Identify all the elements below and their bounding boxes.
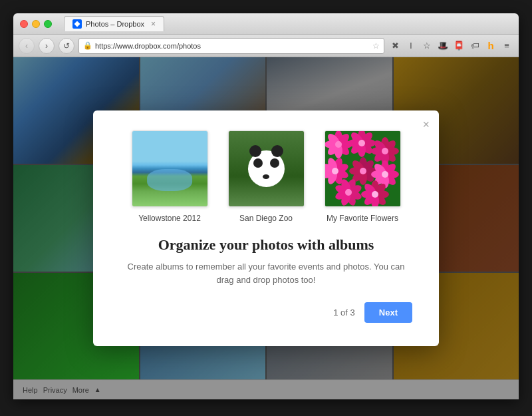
modal-subtitle: Create albums to remember all your favor…: [120, 260, 412, 286]
album-item-flowers: My Favorite Flowers: [325, 130, 401, 223]
panda-ear-left: [249, 145, 261, 157]
svg-point-72: [372, 191, 378, 198]
svg-point-63: [345, 189, 352, 196]
album-thumb-yellowstone: [132, 130, 208, 207]
back-button[interactable]: ‹: [19, 38, 35, 54]
svg-point-18: [358, 140, 365, 146]
back-icon: ‹: [25, 41, 28, 51]
panda-eye-left: [253, 158, 263, 168]
dropbox-logo-icon: [74, 21, 80, 27]
modal-overlay: × Yellowstone 2012: [13, 57, 519, 399]
album-label-zoo: San Diego Zoo: [239, 214, 293, 223]
extension-icon-7[interactable]: h: [484, 39, 497, 53]
minimize-button[interactable]: [32, 20, 40, 28]
forward-icon: ›: [45, 41, 48, 51]
refresh-button[interactable]: ↺: [59, 38, 74, 54]
album-thumb-flowers: [325, 130, 401, 207]
tab-close-icon[interactable]: ×: [151, 19, 156, 29]
svg-point-36: [332, 168, 338, 174]
tab-favicon: [72, 19, 82, 29]
panda-photo: [229, 131, 304, 206]
panda-ear-right: [271, 145, 283, 157]
panda-face: [248, 150, 285, 187]
browser-toolbar: ‹ › ↺ 🔒 https://www.dropbox.com/photos ☆…: [13, 35, 519, 57]
modal-dialog: × Yellowstone 2012: [93, 110, 439, 346]
tab-title: Photos – Dropbox: [86, 20, 144, 28]
svg-point-9: [335, 141, 342, 148]
forward-button[interactable]: ›: [39, 38, 55, 54]
extension-icon-3[interactable]: ☆: [420, 39, 434, 53]
extension-icon-4[interactable]: 🎩: [436, 39, 450, 53]
modal-footer: 1 of 3 Next: [120, 302, 412, 323]
modal-title: Organize your photos with albums: [120, 236, 412, 254]
landscape-photo: [132, 131, 207, 206]
svg-point-27: [382, 148, 388, 154]
extension-icon-5[interactable]: 📮: [452, 39, 466, 53]
browser-titlebar: Photos – Dropbox ×: [13, 13, 519, 35]
modal-close-button[interactable]: ×: [422, 118, 430, 130]
album-item-zoo: San Diego Zoo: [228, 130, 305, 223]
page-indicator: 1 of 3: [333, 308, 355, 317]
address-text: https://www.dropbox.com/photos: [95, 42, 370, 50]
maximize-button[interactable]: [44, 20, 52, 28]
album-thumb-zoo: [228, 130, 305, 207]
browser-window: Photos – Dropbox × ‹ › ↺ 🔒 https://www.d…: [13, 13, 519, 399]
svg-point-45: [360, 168, 366, 174]
menu-icon[interactable]: ≡: [500, 39, 513, 53]
album-label-yellowstone: Yellowstone 2012: [138, 214, 201, 223]
secure-icon: 🔒: [83, 41, 92, 50]
traffic-lights: [20, 20, 52, 28]
page-content: Help Privacy More ▲ × Yellowstone 2012: [13, 57, 519, 399]
extension-icon-6[interactable]: 🏷: [468, 39, 481, 53]
close-button[interactable]: [20, 20, 28, 28]
album-previews: Yellowstone 2012: [120, 130, 412, 223]
panda-eye-right: [270, 158, 279, 168]
next-button[interactable]: Next: [364, 302, 412, 323]
album-item-yellowstone: Yellowstone 2012: [132, 130, 208, 223]
extension-icon-1[interactable]: ✖: [388, 39, 402, 53]
bookmark-icon[interactable]: ☆: [372, 41, 380, 51]
svg-point-54: [382, 171, 388, 178]
address-bar[interactable]: 🔒 https://www.dropbox.com/photos ☆: [78, 38, 384, 54]
extension-icon-2[interactable]: Ⅰ: [404, 39, 418, 53]
toolbar-icons: ✖ Ⅰ ☆ 🎩 📮 🏷 h ≡: [388, 39, 513, 53]
flowers-photo: [325, 131, 400, 206]
refresh-icon: ↺: [63, 41, 70, 51]
album-label-flowers: My Favorite Flowers: [327, 214, 398, 223]
panda-nose: [263, 174, 269, 179]
tab-bar: Photos – Dropbox ×: [64, 16, 512, 31]
browser-tab[interactable]: Photos – Dropbox ×: [64, 16, 164, 31]
